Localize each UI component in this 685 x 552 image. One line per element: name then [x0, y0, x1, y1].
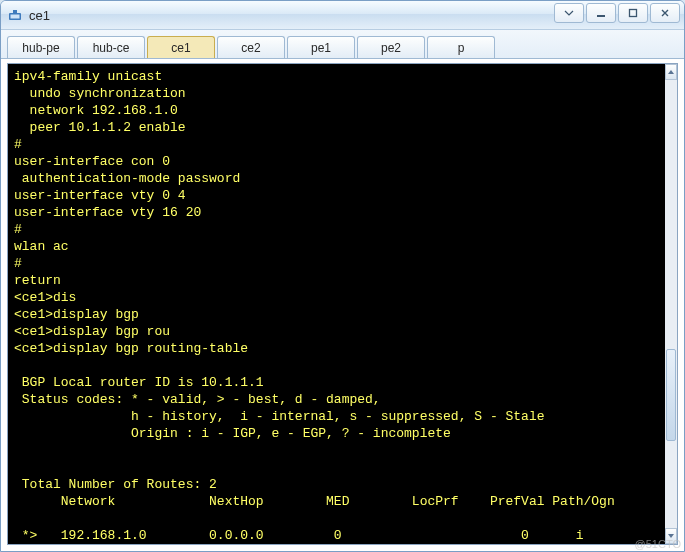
terminal-pane: ipv4-family unicast undo synchronization…: [7, 63, 678, 545]
vertical-scrollbar[interactable]: [665, 64, 677, 544]
scrollbar-thumb[interactable]: [666, 349, 676, 441]
app-icon: [7, 7, 23, 23]
tab-hub-pe[interactable]: hub-pe: [7, 36, 75, 58]
dropdown-button[interactable]: [554, 3, 584, 23]
svg-rect-1: [11, 15, 20, 19]
tab-label: ce1: [171, 41, 190, 55]
close-button[interactable]: [650, 3, 680, 23]
scrollbar-track[interactable]: [665, 80, 677, 528]
tab-label: p: [458, 41, 465, 55]
tab-ce2[interactable]: ce2: [217, 36, 285, 58]
scroll-up-button[interactable]: [665, 64, 677, 80]
terminal-output[interactable]: ipv4-family unicast undo synchronization…: [8, 64, 665, 544]
scroll-down-button[interactable]: [665, 528, 677, 544]
tab-label: ce2: [241, 41, 260, 55]
minimize-button[interactable]: [586, 3, 616, 23]
tab-pe2[interactable]: pe2: [357, 36, 425, 58]
svg-rect-2: [13, 10, 17, 13]
svg-rect-4: [630, 10, 637, 17]
tab-strip: hub-pe hub-ce ce1 ce2 pe1 pe2 p: [1, 30, 684, 59]
tab-p[interactable]: p: [427, 36, 495, 58]
tab-label: pe1: [311, 41, 331, 55]
tab-hub-ce[interactable]: hub-ce: [77, 36, 145, 58]
tab-ce1[interactable]: ce1: [147, 36, 215, 58]
tab-label: hub-ce: [93, 41, 130, 55]
tab-label: hub-pe: [22, 41, 59, 55]
tab-pe1[interactable]: pe1: [287, 36, 355, 58]
window-title: ce1: [29, 8, 50, 23]
tab-label: pe2: [381, 41, 401, 55]
app-window: ce1 hub-pe hub-ce ce1 ce2 pe1 pe2 p ipv4…: [0, 0, 685, 552]
title-bar: ce1: [1, 1, 684, 30]
svg-rect-3: [597, 15, 605, 17]
window-controls: [554, 3, 680, 23]
maximize-button[interactable]: [618, 3, 648, 23]
